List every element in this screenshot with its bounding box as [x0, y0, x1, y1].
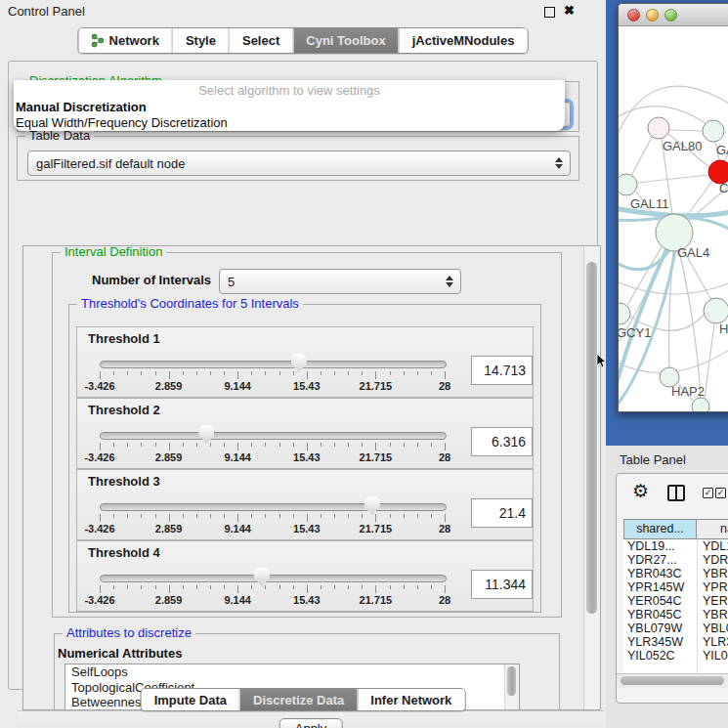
gcy1-node[interactable]: [619, 303, 630, 324]
tab-label: Impute Data: [154, 693, 227, 707]
table-row[interactable]: YPR145WYPR1: [623, 580, 728, 594]
tick-mark: [196, 585, 197, 589]
table-row[interactable]: YBR045CYBR0: [623, 608, 728, 621]
attribute-item-selfloops[interactable]: SelfLoops: [65, 664, 519, 680]
column-header-name[interactable]: na: [697, 519, 728, 539]
close-icon[interactable]: ✖: [564, 3, 575, 18]
num-intervals-spinner[interactable]: 5: [219, 269, 461, 294]
tick-mark: [348, 371, 349, 375]
tick-mark: [100, 443, 101, 450]
tick-mark: [307, 514, 308, 522]
threshold-slider[interactable]: [100, 575, 447, 582]
cell-shared-name: YBR045C: [627, 608, 682, 621]
table-row[interactable]: YBR043CYBR0: [623, 567, 728, 580]
tab-label: Infer Network: [370, 693, 451, 707]
tick-mark: [404, 514, 405, 518]
table-row[interactable]: YDL19...YDL1: [623, 539, 728, 553]
threshold-slider[interactable]: [100, 503, 447, 511]
group-title: Table Data: [25, 129, 94, 143]
h-node[interactable]: [704, 298, 728, 323]
tick-mark: [307, 371, 308, 379]
threshold-slider[interactable]: [100, 361, 447, 368]
table-row[interactable]: YER054CYER0: [623, 594, 728, 608]
tab-network[interactable]: Network: [79, 28, 172, 53]
cyni-toolbox-panel: Discretization Algorithm Table Data galF…: [8, 61, 598, 690]
network-graph: GAL80GACGAL11GAL4GCY1HHAP2: [619, 26, 728, 411]
cell-shared-name: YBL079W: [627, 621, 682, 635]
panel-title: Control Panel: [8, 4, 85, 19]
cell-shared-name: YPR145W: [627, 580, 684, 594]
algorithm-option-manual-discretization[interactable]: Manual Discretization: [16, 100, 147, 114]
tick-mark: [251, 585, 252, 589]
apply-button[interactable]: Apply: [279, 718, 343, 728]
tick-mark: [375, 371, 376, 379]
tick-label: 21.715: [360, 380, 393, 392]
slider-thumb-icon[interactable]: [291, 354, 307, 372]
minimize-traffic-light-icon[interactable]: [646, 9, 659, 21]
table-row[interactable]: YDR27...YDR2: [623, 553, 728, 567]
tick-mark: [196, 371, 197, 375]
threshold-panel: Threshold 1 -3.4262.8599.14415.4321.7152…: [76, 326, 534, 398]
tick-mark: [431, 585, 432, 589]
tick-mark: [404, 371, 405, 375]
slider-thumb-icon[interactable]: [198, 425, 214, 444]
threshold-value-field[interactable]: 14.713: [471, 356, 533, 385]
tick-label: 15.43: [293, 380, 321, 392]
horizontal-scrollbar[interactable]: [617, 673, 728, 688]
gear-icon[interactable]: ⚙: [632, 480, 649, 502]
table-row[interactable]: YLR345WYLR3: [623, 635, 728, 649]
cell-shared-name: YDL19...: [627, 539, 675, 553]
split-columns-icon[interactable]: [667, 485, 685, 501]
tick-mark: [196, 514, 197, 518]
tick-mark: [100, 371, 101, 379]
tab-discretize-data[interactable]: Discretize Data: [239, 689, 357, 710]
tab-select[interactable]: Select: [229, 28, 292, 53]
tick-mark: [169, 585, 170, 593]
node-top-right[interactable]: [703, 120, 724, 142]
threshold-value-field[interactable]: 21.4: [471, 498, 533, 528]
tab-infer-network[interactable]: Infer Network: [357, 689, 464, 710]
tick-label: 28: [439, 380, 450, 392]
tick-mark: [334, 443, 335, 447]
tick-mark: [348, 585, 349, 589]
network-window-titlebar[interactable]: [619, 4, 728, 26]
table-row[interactable]: YBL079WYBL0: [623, 621, 728, 635]
threshold-panel: Threshold 3 -3.4262.8599.14415.4321.7152…: [76, 469, 534, 540]
table-panel: ⚙ ✓ ✓ shared... na YDL19...YDL1YDR27...Y…: [616, 473, 728, 704]
float-window-icon[interactable]: [544, 7, 555, 18]
gal80-node[interactable]: [648, 117, 669, 139]
tab-impute-data[interactable]: Impute Data: [142, 689, 239, 710]
gal11-node[interactable]: [619, 174, 637, 195]
bottom-tab-bar: Impute DataDiscretize DataInfer Network: [141, 688, 466, 711]
network-canvas[interactable]: GAL80GACGAL11GAL4GCY1HHAP2: [619, 26, 728, 411]
threshold-value-field[interactable]: 11.344: [471, 570, 533, 599]
node-bottom[interactable]: [692, 398, 709, 411]
threshold-value-field[interactable]: 6.316: [471, 427, 533, 456]
network-view-window: GAL80GACGAL11GAL4GCY1HHAP2: [618, 3, 728, 412]
algorithm-option-equal-width-frequency-discretization[interactable]: Equal Width/Frequency Discretization: [16, 115, 228, 130]
slider-thumb-icon[interactable]: [254, 568, 270, 586]
close-traffic-light-icon[interactable]: [627, 9, 640, 21]
tick-label: 2.859: [155, 523, 183, 535]
table-data-combobox[interactable]: galFiltered.sif default node: [27, 150, 571, 176]
tick-mark: [362, 585, 363, 589]
vertical-scrollbar[interactable]: [583, 246, 600, 709]
tab-style[interactable]: Style: [172, 28, 229, 53]
tab-jactivemnodules[interactable]: jActiveMNodules: [399, 28, 528, 53]
checkbox-icon[interactable]: ✓: [703, 488, 713, 498]
tick-mark: [251, 371, 252, 375]
tick-mark: [210, 514, 211, 518]
app-root: { "colors": { "edge_gray": "#c7c7c7", "e…: [0, 0, 728, 728]
tick-mark: [224, 585, 225, 589]
tick-label: 28: [439, 523, 450, 535]
table-row[interactable]: YIL052CYIL0: [623, 649, 728, 663]
threshold-slider[interactable]: [100, 432, 447, 440]
zoom-traffic-light-icon[interactable]: [664, 9, 677, 21]
tab-cyni-toolbox[interactable]: Cyni Toolbox: [292, 28, 398, 53]
table-panel-section: Table Panel ⚙ ✓ ✓ shared... na YDL19...Y…: [606, 446, 728, 728]
tick-label: 21.715: [360, 523, 393, 535]
column-header-shared-name[interactable]: shared...: [623, 519, 697, 539]
list-scrollbar[interactable]: [504, 664, 519, 710]
checkbox-icon[interactable]: ✓: [715, 488, 726, 498]
slider-thumb-icon[interactable]: [364, 496, 380, 515]
